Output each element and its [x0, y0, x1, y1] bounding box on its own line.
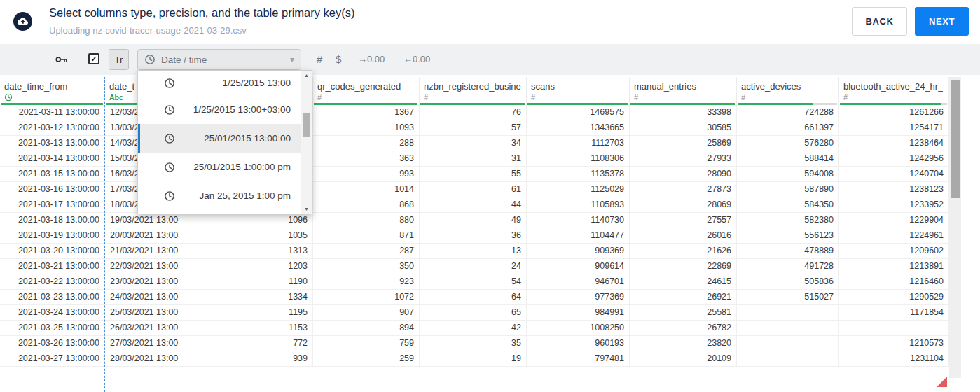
- table-cell[interactable]: 946701: [527, 274, 630, 289]
- table-cell[interactable]: 1108306: [527, 151, 630, 166]
- table-cell[interactable]: 1334: [209, 290, 313, 304]
- table-cell[interactable]: 923: [313, 274, 420, 289]
- table-cell[interactable]: 44: [420, 197, 527, 212]
- table-cell[interactable]: 515027: [737, 290, 839, 304]
- table-cell[interactable]: [737, 351, 839, 366]
- table-cell[interactable]: 25581: [630, 305, 737, 320]
- table-cell[interactable]: 1238464: [839, 136, 949, 150]
- table-cell[interactable]: 1096: [209, 213, 313, 227]
- column-header-manual_entries[interactable]: manual_entries#: [630, 77, 737, 105]
- table-cell[interactable]: 1367: [313, 105, 420, 120]
- table-cell[interactable]: 27/03/2021 13:00: [105, 336, 209, 351]
- table-cell[interactable]: 2021-03-19 13:00:00: [0, 228, 105, 243]
- menu-scrollbar[interactable]: ▲ ▼: [301, 71, 312, 214]
- table-cell[interactable]: 22869: [630, 259, 737, 274]
- column-header-date_time_from[interactable]: date_time_from: [0, 77, 105, 105]
- table-cell[interactable]: 2021-03-15 13:00:00: [0, 167, 105, 181]
- table-cell[interactable]: 759: [313, 336, 420, 351]
- table-cell[interactable]: 907: [313, 305, 420, 320]
- table-cell[interactable]: 35: [420, 336, 527, 351]
- table-cell[interactable]: 1210573: [839, 336, 949, 351]
- table-cell[interactable]: 2021-03-24 13:00:00: [0, 305, 105, 320]
- vertical-scrollbar-thumb[interactable]: [951, 80, 960, 198]
- table-cell[interactable]: 1171854: [839, 305, 949, 320]
- date-format-option[interactable]: 1/25/2015 13:00+03:00: [138, 95, 301, 124]
- table-cell[interactable]: 993: [313, 167, 420, 181]
- table-cell[interactable]: 259: [313, 351, 420, 366]
- table-cell[interactable]: 797481: [527, 351, 630, 366]
- table-cell[interactable]: 1140730: [527, 213, 630, 227]
- table-cell[interactable]: [737, 305, 839, 320]
- table-cell[interactable]: 2021-03-18 13:00:00: [0, 213, 105, 227]
- table-cell[interactable]: 24/03/2021 13:00: [105, 290, 209, 304]
- scroll-down-icon[interactable]: ▼: [301, 206, 312, 211]
- table-cell[interactable]: 33398: [630, 105, 737, 120]
- table-cell[interactable]: 1195: [209, 305, 313, 320]
- date-format-option[interactable]: 1/25/2015 13:00: [138, 71, 301, 95]
- table-cell[interactable]: 909369: [527, 244, 630, 258]
- number-type-icon[interactable]: #: [317, 53, 322, 65]
- table-cell[interactable]: 556123: [737, 228, 839, 243]
- table-cell[interactable]: 594008: [737, 167, 839, 181]
- column-type-select[interactable]: Date / time ▾: [137, 49, 301, 70]
- table-cell[interactable]: 1104477: [527, 228, 630, 243]
- table-cell[interactable]: 2021-03-13 13:00:00: [0, 136, 105, 150]
- table-cell[interactable]: 582380: [737, 213, 839, 227]
- table-cell[interactable]: 661397: [737, 120, 839, 135]
- table-cell[interactable]: 30585: [630, 120, 737, 135]
- table-cell[interactable]: 2021-03-25 13:00:00: [0, 321, 105, 335]
- table-cell[interactable]: 1224961: [839, 228, 949, 243]
- table-cell[interactable]: 2021-03-14 13:00:00: [0, 151, 105, 166]
- date-format-option[interactable]: Jan 25, 2015 1:00 pm: [138, 181, 301, 210]
- table-cell[interactable]: 13: [420, 244, 527, 258]
- table-cell[interactable]: 2021-03-23 13:00:00: [0, 290, 105, 304]
- table-cell[interactable]: 23820: [630, 336, 737, 351]
- column-header-qr_codes_generated[interactable]: qr_codes_generated#: [313, 77, 420, 105]
- menu-scrollbar-thumb[interactable]: [303, 113, 310, 136]
- table-cell[interactable]: 505836: [737, 274, 839, 289]
- column-header-active_devices[interactable]: active_devices#: [737, 77, 839, 105]
- table-cell[interactable]: 24615: [630, 274, 737, 289]
- table-cell[interactable]: 772: [209, 336, 313, 351]
- table-cell[interactable]: 1469575: [527, 105, 630, 120]
- table-cell[interactable]: 1216460: [839, 274, 949, 289]
- table-cell[interactable]: 977369: [527, 290, 630, 304]
- table-cell[interactable]: 909614: [527, 259, 630, 274]
- table-cell[interactable]: 939: [209, 351, 313, 366]
- next-button[interactable]: NEXT: [915, 7, 969, 36]
- table-cell[interactable]: 288: [313, 136, 420, 150]
- table-cell[interactable]: 1203: [209, 259, 313, 274]
- table-cell[interactable]: [737, 321, 839, 335]
- table-cell[interactable]: 1231104: [839, 351, 949, 366]
- table-cell[interactable]: 587890: [737, 182, 839, 197]
- table-cell[interactable]: 36: [420, 228, 527, 243]
- currency-type-icon[interactable]: $: [336, 53, 341, 65]
- table-cell[interactable]: 1343665: [527, 120, 630, 135]
- table-cell[interactable]: 1261266: [839, 105, 949, 120]
- table-cell[interactable]: 287: [313, 244, 420, 258]
- vertical-scrollbar[interactable]: [949, 77, 961, 378]
- table-cell[interactable]: 54: [420, 274, 527, 289]
- table-cell[interactable]: 1190: [209, 274, 313, 289]
- table-cell[interactable]: 584350: [737, 197, 839, 212]
- table-cell[interactable]: 55: [420, 167, 527, 181]
- table-cell[interactable]: 1254171: [839, 120, 949, 135]
- table-cell[interactable]: 22/03/2021 13:00: [105, 259, 209, 274]
- table-cell[interactable]: 588414: [737, 151, 839, 166]
- table-cell[interactable]: 2021-03-12 13:00:00: [0, 120, 105, 135]
- table-cell[interactable]: 1112703: [527, 136, 630, 150]
- increase-precision-button[interactable]: →0.00: [358, 54, 385, 64]
- table-cell[interactable]: 26/03/2021 13:00: [105, 321, 209, 335]
- table-cell[interactable]: 61: [420, 182, 527, 197]
- table-cell[interactable]: [839, 321, 949, 335]
- table-cell[interactable]: 2021-03-11 13:00:00: [0, 105, 105, 120]
- table-cell[interactable]: 26782: [630, 321, 737, 335]
- table-cell[interactable]: 1035: [209, 228, 313, 243]
- table-cell[interactable]: 868: [313, 197, 420, 212]
- scroll-up-icon[interactable]: ▲: [301, 73, 312, 78]
- table-cell[interactable]: 1014: [313, 182, 420, 197]
- decrease-precision-button[interactable]: ←0.00: [403, 54, 430, 64]
- table-cell[interactable]: 1153: [209, 321, 313, 335]
- column-header-nzbn_registered_busine[interactable]: nzbn_registered_busine#: [420, 77, 527, 105]
- table-cell[interactable]: 2021-03-26 13:00:00: [0, 336, 105, 351]
